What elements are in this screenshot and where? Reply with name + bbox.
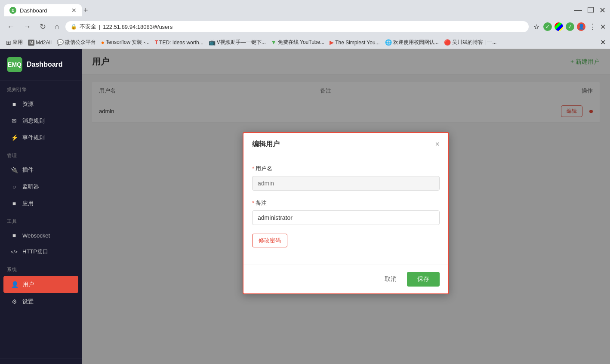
sidebar-item-label: HTTP接口 — [22, 248, 48, 256]
dialog-footer: 取消 保存 — [243, 265, 448, 293]
bookmark-label: TED: Ideas worth... — [159, 40, 203, 46]
green-check-icon[interactable]: ✓ — [566, 22, 574, 31]
bookmark-campus[interactable]: 🌐 欢迎使用校园网认... — [383, 38, 441, 47]
window-controls: — ❐ ✕ — [574, 6, 606, 15]
bookmark-label: 应用 — [12, 39, 23, 46]
resources-icon: ■ — [10, 101, 18, 108]
sidebar-logo: EMQ Dashboard — [0, 49, 82, 80]
remark-field-group: * 备注 — [252, 199, 440, 225]
bookmark-v-video[interactable]: 📺 V视频助手—一键下... — [207, 38, 268, 47]
chrome-menu-icon[interactable]: ✕ — [600, 23, 606, 31]
listeners-icon: ○ — [10, 183, 18, 190]
bookmark-label: 微信公众平台 — [65, 39, 96, 46]
section-label-management: 管理 — [0, 146, 82, 161]
sidebar-item-message-rules[interactable]: ✉ 消息规则 — [3, 113, 78, 129]
address-url: 122.51.89.94:18083/#/users — [103, 24, 173, 30]
event-rules-icon: ⚡ — [10, 134, 18, 141]
settings-icon: ⚙ — [10, 298, 18, 305]
dialog-title: 编辑用户 — [252, 140, 280, 149]
username-required: * — [252, 165, 254, 172]
toolbar-icons: ☆ ✓ ✓ 👤 — [532, 22, 585, 31]
bookmark-label: Tensorflow 安装 -... — [106, 39, 150, 46]
home-button[interactable]: ⌂ — [52, 22, 62, 32]
main-content: 用户 + 新建用户 用户名 备注 操作 admin 编辑 — [82, 49, 610, 364]
bookmark-label: 吴川斌的博客 | 一... — [452, 39, 497, 46]
save-button[interactable]: 保存 — [407, 272, 440, 287]
sidebar-item-settings[interactable]: ⚙ 设置 — [3, 293, 78, 310]
edit-user-dialog: 编辑用户 × * 用户名 * 备注 — [243, 132, 449, 294]
sidebar-item-resources[interactable]: ■ 资源 — [3, 96, 78, 112]
sidebar-app-title: Dashboard — [27, 61, 63, 68]
remark-label: * 备注 — [252, 199, 440, 207]
dialog-close-button[interactable]: × — [435, 140, 440, 149]
sidebar-item-listeners[interactable]: ○ 监听器 — [3, 179, 78, 195]
bookmark-label: 免费在线 YouTube... — [278, 39, 325, 46]
maximize-button[interactable]: ❐ — [587, 6, 594, 15]
sidebar-item-label: 设置 — [22, 298, 34, 305]
bookmark-label: Md2All — [36, 40, 52, 46]
close-button[interactable]: ✕ — [599, 6, 606, 15]
sidebar-bottom: admin ⟶ — [0, 358, 82, 364]
more-options-icon[interactable]: ⋮ — [589, 22, 597, 31]
plugins-icon: 🔌 — [10, 167, 18, 173]
username-label: * 用户名 — [252, 165, 440, 173]
browser-tab[interactable]: E Dashboard ✕ — [4, 4, 82, 16]
change-pwd-group: 修改密码 — [252, 234, 440, 247]
http-icon: </> — [10, 249, 18, 254]
star-icon[interactable]: ☆ — [532, 22, 541, 31]
refresh-button[interactable]: ↻ — [37, 21, 49, 32]
dialog-body: * 用户名 * 备注 修改密码 — [243, 156, 448, 265]
bookmark-tensorflow[interactable]: ● Tensorflow 安装 -... — [99, 38, 151, 47]
bookmark-youtube-free[interactable]: ▼ 免费在线 YouTube... — [269, 38, 326, 47]
bookmark-wechat[interactable]: 💬 微信公众平台 — [55, 38, 98, 47]
username-input[interactable] — [252, 176, 440, 191]
dialog-header: 编辑用户 × — [243, 133, 448, 156]
sidebar-item-label: 应用 — [22, 200, 34, 207]
minimize-button[interactable]: — — [574, 6, 582, 15]
section-label-tools: 工具 — [0, 212, 82, 227]
change-password-button[interactable]: 修改密码 — [252, 234, 287, 247]
check-icon[interactable]: ✓ — [543, 22, 552, 31]
new-tab-button[interactable]: + — [83, 6, 88, 15]
windows-icon[interactable] — [555, 22, 563, 31]
sidebar-item-label: 事件规则 — [22, 134, 45, 142]
sidebar-item-event-rules[interactable]: ⚡ 事件规则 — [3, 130, 78, 146]
logo-icon: EMQ — [7, 57, 22, 72]
sidebar-item-label: 消息规则 — [22, 117, 45, 125]
avatar-icon[interactable]: 👤 — [577, 22, 585, 31]
sidebar-item-label: 用户 — [23, 281, 34, 288]
sidebar-item-http[interactable]: </> HTTP接口 — [3, 244, 78, 260]
bookmark-blog[interactable]: 🔴 吴川斌的博客 | 一... — [442, 38, 499, 47]
sidebar-item-label: Websocket — [22, 232, 50, 239]
bookmark-label: 欢迎使用校园网认... — [393, 39, 439, 46]
forward-button[interactable]: → — [21, 22, 34, 32]
modal-overlay[interactable]: 编辑用户 × * 用户名 * 备注 — [82, 49, 610, 364]
back-button[interactable]: ← — [4, 22, 17, 32]
bookmark-label: V视频助手—一键下... — [217, 39, 266, 46]
sidebar-item-plugins[interactable]: 🔌 插件 — [3, 162, 78, 178]
bookmark-ted[interactable]: T TED: Ideas worth... — [153, 39, 205, 46]
bookmarks-close-icon[interactable]: ✕ — [600, 38, 606, 46]
bookmark-label: The Simplest You... — [335, 40, 379, 46]
logo-text: EMQ — [8, 61, 22, 68]
address-bar[interactable]: 🔒 不安全 | 122.51.89.94:18083/#/users — [65, 21, 529, 32]
tab-close-btn[interactable]: ✕ — [71, 7, 77, 14]
username-field-group: * 用户名 — [252, 165, 440, 191]
bookmark-md2all[interactable]: M Md2All — [26, 39, 53, 46]
sidebar-item-label: 插件 — [22, 166, 34, 174]
sidebar-item-label: 资源 — [22, 100, 34, 108]
message-rules-icon: ✉ — [10, 117, 18, 124]
remark-label-text: 备注 — [256, 199, 267, 207]
sidebar-item-label: 监听器 — [22, 183, 39, 191]
sidebar-item-websocket[interactable]: ■ Websocket — [3, 228, 78, 243]
bookmark-simplest[interactable]: ▶ The Simplest You... — [328, 38, 381, 46]
bookmark-apps[interactable]: ⊞ 应用 — [4, 38, 25, 47]
sidebar-item-users[interactable]: 👤 用户 — [3, 276, 78, 293]
sidebar-item-apps[interactable]: ■ 应用 — [3, 195, 78, 212]
remark-required: * — [252, 200, 254, 206]
section-label-system: 系统 — [0, 260, 82, 275]
remark-input[interactable] — [252, 210, 440, 225]
websocket-icon: ■ — [10, 232, 18, 239]
users-icon: 👤 — [11, 281, 18, 288]
cancel-button[interactable]: 取消 — [379, 273, 402, 286]
